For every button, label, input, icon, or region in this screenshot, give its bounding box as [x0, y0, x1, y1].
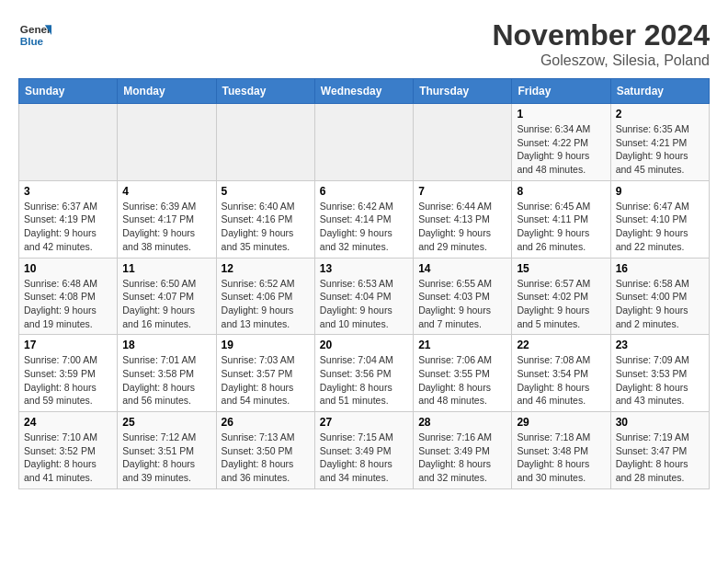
day-info: Sunrise: 7:18 AMSunset: 3:48 PMDaylight:…	[517, 431, 605, 485]
day-number: 10	[24, 262, 112, 275]
calendar-week-5: 24Sunrise: 7:10 AMSunset: 3:52 PMDayligh…	[19, 412, 710, 489]
calendar-cell: 7Sunrise: 6:44 AMSunset: 4:13 PMDaylight…	[414, 180, 512, 258]
calendar-cell: 1Sunrise: 6:34 AMSunset: 4:22 PMDaylight…	[512, 104, 610, 181]
day-number: 28	[418, 416, 506, 429]
calendar-cell: 21Sunrise: 7:06 AMSunset: 3:55 PMDayligh…	[414, 335, 512, 412]
day-info: Sunrise: 7:08 AMSunset: 3:54 PMDaylight:…	[517, 353, 605, 408]
day-info: Sunrise: 6:48 AMSunset: 4:08 PMDaylight:…	[24, 277, 112, 331]
day-number: 21	[418, 339, 506, 351]
day-info: Sunrise: 7:16 AMSunset: 3:49 PMDaylight:…	[418, 431, 506, 485]
day-info: Sunrise: 6:42 AMSunset: 4:14 PMDaylight:…	[320, 200, 408, 254]
calendar-cell: 11Sunrise: 6:50 AMSunset: 4:07 PMDayligh…	[118, 258, 216, 335]
day-number: 22	[517, 339, 605, 351]
day-number: 24	[24, 416, 112, 429]
calendar-cell: 8Sunrise: 6:45 AMSunset: 4:11 PMDaylight…	[512, 180, 610, 258]
calendar-cell: 10Sunrise: 6:48 AMSunset: 4:08 PMDayligh…	[19, 258, 118, 335]
calendar-cell: 6Sunrise: 6:42 AMSunset: 4:14 PMDaylight…	[314, 180, 413, 258]
day-info: Sunrise: 6:35 AMSunset: 4:21 PMDaylight:…	[616, 122, 704, 177]
day-number: 23	[616, 339, 704, 351]
day-info: Sunrise: 6:40 AMSunset: 4:16 PMDaylight:…	[222, 200, 310, 254]
day-info: Sunrise: 6:47 AMSunset: 4:10 PMDaylight:…	[616, 200, 704, 254]
header-tuesday: Tuesday	[216, 79, 314, 104]
header-wednesday: Wednesday	[314, 79, 413, 104]
calendar-cell: 4Sunrise: 6:39 AMSunset: 4:17 PMDaylight…	[118, 180, 216, 258]
calendar-cell: 19Sunrise: 7:03 AMSunset: 3:57 PMDayligh…	[216, 335, 314, 412]
location-subtitle: Goleszow, Silesia, Poland	[492, 52, 710, 69]
day-info: Sunrise: 7:06 AMSunset: 3:55 PMDaylight:…	[418, 353, 506, 408]
calendar-table: SundayMondayTuesdayWednesdayThursdayFrid…	[18, 78, 710, 489]
header-monday: Monday	[118, 79, 216, 104]
header-thursday: Thursday	[414, 79, 512, 104]
calendar-week-2: 3Sunrise: 6:37 AMSunset: 4:19 PMDaylight…	[19, 180, 710, 258]
day-info: Sunrise: 6:55 AMSunset: 4:03 PMDaylight:…	[418, 277, 506, 331]
calendar-cell: 18Sunrise: 7:01 AMSunset: 3:58 PMDayligh…	[118, 335, 216, 412]
calendar-cell: 12Sunrise: 6:52 AMSunset: 4:06 PMDayligh…	[216, 258, 314, 335]
header-friday: Friday	[512, 79, 610, 104]
day-info: Sunrise: 7:09 AMSunset: 3:53 PMDaylight:…	[616, 353, 704, 408]
logo: General Blue	[18, 18, 51, 52]
calendar-cell: 26Sunrise: 7:13 AMSunset: 3:50 PMDayligh…	[216, 412, 314, 489]
calendar-cell	[19, 104, 118, 181]
calendar-cell	[314, 104, 413, 181]
calendar-cell: 16Sunrise: 6:58 AMSunset: 4:00 PMDayligh…	[610, 258, 709, 335]
day-number: 15	[517, 262, 605, 275]
calendar-cell: 13Sunrise: 6:53 AMSunset: 4:04 PMDayligh…	[314, 258, 413, 335]
calendar-week-1: 1Sunrise: 6:34 AMSunset: 4:22 PMDaylight…	[19, 104, 710, 181]
day-number: 3	[24, 185, 112, 198]
day-info: Sunrise: 6:45 AMSunset: 4:11 PMDaylight:…	[517, 200, 605, 254]
logo-icon: General Blue	[18, 18, 51, 52]
calendar-cell: 17Sunrise: 7:00 AMSunset: 3:59 PMDayligh…	[19, 335, 118, 412]
day-info: Sunrise: 7:10 AMSunset: 3:52 PMDaylight:…	[24, 431, 112, 485]
day-number: 26	[222, 416, 310, 429]
day-info: Sunrise: 6:50 AMSunset: 4:07 PMDaylight:…	[122, 277, 210, 331]
calendar-cell	[216, 104, 314, 181]
day-number: 7	[418, 185, 506, 198]
day-number: 9	[616, 185, 704, 198]
day-number: 6	[320, 185, 408, 198]
day-info: Sunrise: 6:37 AMSunset: 4:19 PMDaylight:…	[24, 200, 112, 254]
svg-text:Blue: Blue	[20, 35, 44, 47]
day-info: Sunrise: 7:03 AMSunset: 3:57 PMDaylight:…	[222, 353, 310, 408]
day-number: 14	[418, 262, 506, 275]
calendar-week-3: 10Sunrise: 6:48 AMSunset: 4:08 PMDayligh…	[19, 258, 710, 335]
calendar-cell: 2Sunrise: 6:35 AMSunset: 4:21 PMDaylight…	[610, 104, 709, 181]
day-info: Sunrise: 6:39 AMSunset: 4:17 PMDaylight:…	[122, 200, 210, 254]
calendar-cell: 3Sunrise: 6:37 AMSunset: 4:19 PMDaylight…	[19, 180, 118, 258]
month-title: November 2024	[492, 18, 710, 52]
calendar-cell: 27Sunrise: 7:15 AMSunset: 3:49 PMDayligh…	[314, 412, 413, 489]
day-info: Sunrise: 6:34 AMSunset: 4:22 PMDaylight:…	[517, 122, 605, 177]
calendar-cell: 25Sunrise: 7:12 AMSunset: 3:51 PMDayligh…	[118, 412, 216, 489]
calendar-cell	[118, 104, 216, 181]
calendar-cell: 14Sunrise: 6:55 AMSunset: 4:03 PMDayligh…	[414, 258, 512, 335]
header-sunday: Sunday	[19, 79, 118, 104]
calendar-cell: 15Sunrise: 6:57 AMSunset: 4:02 PMDayligh…	[512, 258, 610, 335]
day-info: Sunrise: 7:12 AMSunset: 3:51 PMDaylight:…	[122, 431, 210, 485]
day-info: Sunrise: 7:15 AMSunset: 3:49 PMDaylight:…	[320, 431, 408, 485]
calendar-cell	[414, 104, 512, 181]
page-header: General Blue November 2024 Goleszow, Sil…	[18, 18, 710, 69]
day-number: 8	[517, 185, 605, 198]
calendar-cell: 28Sunrise: 7:16 AMSunset: 3:49 PMDayligh…	[414, 412, 512, 489]
svg-text:General: General	[20, 23, 51, 35]
calendar-cell: 20Sunrise: 7:04 AMSunset: 3:56 PMDayligh…	[314, 335, 413, 412]
day-info: Sunrise: 7:04 AMSunset: 3:56 PMDaylight:…	[320, 353, 408, 408]
day-number: 30	[616, 416, 704, 429]
calendar-cell: 5Sunrise: 6:40 AMSunset: 4:16 PMDaylight…	[216, 180, 314, 258]
day-info: Sunrise: 6:52 AMSunset: 4:06 PMDaylight:…	[222, 277, 310, 331]
title-block: November 2024 Goleszow, Silesia, Poland	[492, 18, 710, 69]
calendar-cell: 9Sunrise: 6:47 AMSunset: 4:10 PMDaylight…	[610, 180, 709, 258]
day-info: Sunrise: 7:13 AMSunset: 3:50 PMDaylight:…	[222, 431, 310, 485]
day-number: 25	[122, 416, 210, 429]
calendar-cell: 29Sunrise: 7:18 AMSunset: 3:48 PMDayligh…	[512, 412, 610, 489]
day-info: Sunrise: 7:19 AMSunset: 3:47 PMDaylight:…	[616, 431, 704, 485]
day-number: 13	[320, 262, 408, 275]
day-number: 2	[616, 108, 704, 121]
day-info: Sunrise: 6:44 AMSunset: 4:13 PMDaylight:…	[418, 200, 506, 254]
day-number: 12	[222, 262, 310, 275]
day-number: 27	[320, 416, 408, 429]
day-number: 11	[122, 262, 210, 275]
calendar-header-row: SundayMondayTuesdayWednesdayThursdayFrid…	[19, 79, 710, 104]
day-number: 4	[122, 185, 210, 198]
header-saturday: Saturday	[610, 79, 709, 104]
day-number: 18	[122, 339, 210, 351]
